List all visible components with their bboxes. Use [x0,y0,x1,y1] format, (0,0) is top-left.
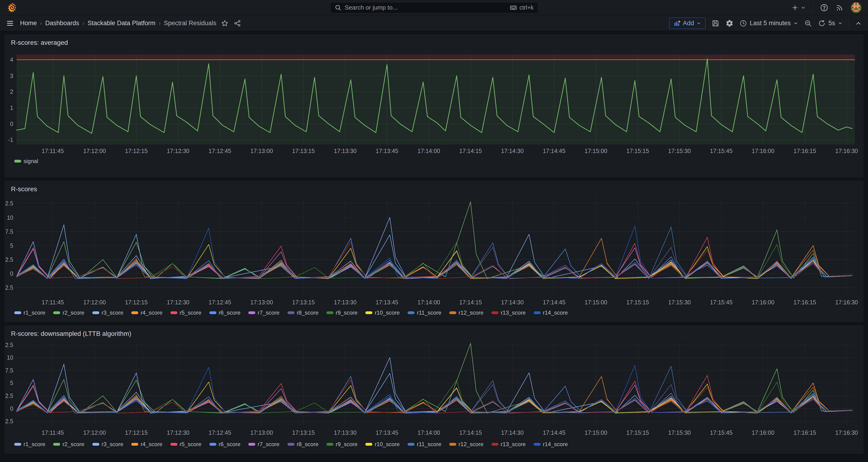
svg-text:17:15:00: 17:15:00 [585,299,607,306]
chart-canvas-averaged[interactable]: 43210-117:11:4517:12:0017:12:1517:12:301… [5,51,863,156]
legend-item-r10_score[interactable]: r10_score [365,441,400,448]
svg-text:17:14:00: 17:14:00 [417,429,440,436]
refresh-picker[interactable]: 5s [818,20,843,27]
svg-text:17:12:00: 17:12:00 [83,299,106,306]
time-range-picker[interactable]: Last 5 minutes [740,20,798,27]
legend-item-r9_score[interactable]: r9_score [327,309,358,316]
legend-item-r4_score[interactable]: r4_score [131,441,162,448]
zoom-out-icon[interactable] [804,19,812,27]
legend-label: r5_score [180,441,202,448]
legend-marker [449,311,456,314]
svg-text:12.5: 12.5 [5,200,13,207]
svg-text:17:14:15: 17:14:15 [459,299,482,306]
legend-item-r3_score[interactable]: r3_score [92,441,123,448]
legend-item-r4_score[interactable]: r4_score [131,309,162,316]
legend-label: r3_score [102,309,123,316]
legend-label: r1_score [24,441,45,448]
svg-text:17:15:00: 17:15:00 [585,148,607,154]
legend-item-r1_score[interactable]: r1_score [14,441,45,448]
svg-text:17:13:30: 17:13:30 [334,429,356,436]
refresh-icon [818,20,826,27]
legend-label: r7_score [258,309,279,316]
avatar[interactable] [851,2,862,13]
legend-label: r4_score [141,309,162,316]
legend-item-r6_score[interactable]: r6_score [209,441,240,448]
breadcrumb-dashboards[interactable]: Dashboards [45,20,79,27]
svg-text:17:16:15: 17:16:15 [794,299,816,306]
svg-text:17:13:00: 17:13:00 [250,299,273,306]
breadcrumb-home[interactable]: Home [20,20,37,27]
legend-marker [131,311,138,314]
svg-text:17:15:00: 17:15:00 [585,429,607,436]
dashboard-settings-icon[interactable] [725,19,734,27]
legend-label: r12_score [459,441,484,448]
collapse-toolbar-icon[interactable] [855,20,862,27]
legend-marker [327,311,333,314]
panel-title[interactable]: R-scores [11,185,37,193]
svg-text:10: 10 [7,354,13,361]
legend-marker [534,311,541,314]
chevron-down-icon [794,21,798,26]
legend-marker [248,311,255,314]
legend-item-r11_score[interactable]: r11_score [407,309,441,316]
legend-item-r3_score[interactable]: r3_score [92,309,123,316]
share-icon[interactable] [234,20,241,27]
legend-item-r14_score[interactable]: r14_score [534,441,568,448]
chart-canvas-rscores[interactable]: 12.5107.552.50-2.517:11:4517:12:0017:12:… [5,196,863,308]
dashboard-canvas: R-scores: averaged 43210-117:11:4517:12:… [0,31,868,457]
search-input[interactable]: Search or jump to... ctrl+k [330,2,538,13]
legend-item-signal[interactable]: signal [14,158,38,164]
legend-item-r2_score[interactable]: r2_score [53,309,84,316]
legend-item-r12_score[interactable]: r12_score [449,309,484,316]
new-button[interactable] [791,4,806,11]
legend-item-r7_score[interactable]: r7_score [248,309,279,316]
svg-text:7.5: 7.5 [5,367,13,374]
legend-item-r1_score[interactable]: r1_score [14,309,45,316]
legend-marker [449,443,456,446]
svg-text:17:15:45: 17:15:45 [710,148,733,154]
panel-title[interactable]: R-scores: downsampled (LTTB algorithm) [11,330,131,337]
legend-item-r14_score[interactable]: r14_score [534,309,568,316]
save-dashboard-icon[interactable] [712,19,719,27]
legend-label: r1_score [24,309,45,316]
legend: signal [5,156,863,164]
legend-item-r7_score[interactable]: r7_score [248,441,279,448]
legend-item-r11_score[interactable]: r11_score [407,441,441,448]
svg-text:17:16:00: 17:16:00 [752,299,774,306]
svg-text:17:11:45: 17:11:45 [42,148,64,154]
breadcrumb-folder[interactable]: Stackable Data Platform [88,20,156,27]
legend-item-r10_score[interactable]: r10_score [365,309,400,316]
legend-item-r13_score[interactable]: r13_score [492,441,526,448]
legend-item-r12_score[interactable]: r12_score [449,441,484,448]
news-icon[interactable] [835,3,844,12]
add-button-label: Add [683,20,694,27]
legend-item-r13_score[interactable]: r13_score [492,309,526,316]
mega-menu-icon[interactable] [6,19,14,27]
svg-text:17:12:00: 17:12:00 [83,148,106,154]
legend-marker [407,311,414,314]
help-icon[interactable] [820,3,828,12]
legend-marker [53,443,60,446]
legend-item-r5_score[interactable]: r5_score [170,441,202,448]
svg-text:0: 0 [10,121,13,127]
grafana-logo[interactable] [6,2,17,13]
legend-item-r2_score[interactable]: r2_score [53,441,84,448]
legend-item-r5_score[interactable]: r5_score [170,309,202,316]
panel-title[interactable]: R-scores: averaged [11,39,68,47]
svg-text:17:16:15: 17:16:15 [794,148,816,154]
add-button[interactable]: Add [669,18,706,29]
panel-rscores-averaged: R-scores: averaged 43210-117:11:4517:12:… [5,34,863,177]
legend-item-r8_score[interactable]: r8_score [287,309,318,316]
chart-canvas-downsampled[interactable]: 12.5107.552.50-2.517:11:4517:12:0017:12:… [5,341,863,439]
legend-marker [365,311,372,314]
legend-item-r6_score[interactable]: r6_score [209,309,240,316]
legend-item-r9_score[interactable]: r9_score [327,441,358,448]
favorite-star-icon[interactable] [221,20,228,27]
legend-label: r9_score [336,441,358,448]
svg-text:2: 2 [10,88,13,95]
legend-label: r2_score [62,441,84,448]
nav-divider [813,3,813,12]
legend-item-r8_score[interactable]: r8_score [287,441,318,448]
svg-text:0: 0 [10,270,13,277]
legend-label: signal [24,158,38,164]
